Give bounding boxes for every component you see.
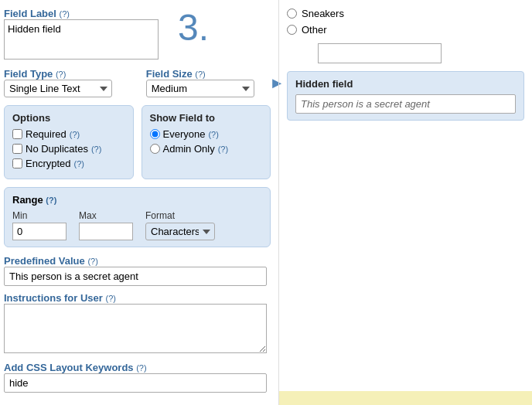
yellow-bar <box>279 391 532 405</box>
sneakers-radio[interactable] <box>287 9 297 19</box>
encrypted-help[interactable]: (?) <box>74 159 84 168</box>
format-select[interactable]: Characters Words Paragraphs <box>145 223 215 240</box>
css-help[interactable]: (?) <box>136 363 146 373</box>
min-label: Min <box>12 210 66 221</box>
field-type-help[interactable]: (?) <box>56 70 66 79</box>
instructions-label: Instructions for User <box>4 292 103 304</box>
field-label-heading: Field Label <box>4 8 56 19</box>
field-size-label: Field Size <box>146 68 193 80</box>
css-input[interactable] <box>4 373 267 393</box>
admin-only-help[interactable]: (?) <box>218 145 228 154</box>
no-duplicates-label: No Duplicates <box>26 143 88 155</box>
sneakers-label: Sneakers <box>302 8 344 19</box>
hidden-field-title: Hidden field <box>295 78 516 90</box>
admin-only-radio[interactable] <box>150 144 160 154</box>
field-type-select[interactable]: Single Line Text <box>4 80 112 97</box>
hidden-field-value <box>295 94 516 114</box>
no-duplicates-help[interactable]: (?) <box>91 145 101 154</box>
predefined-label: Predefined Value <box>4 255 85 267</box>
other-radio[interactable] <box>287 25 297 35</box>
instructions-help[interactable]: (?) <box>105 294 115 303</box>
admin-only-label: Admin Only <box>163 143 215 155</box>
everyone-label: Everyone <box>163 128 206 140</box>
css-label: Add CSS Layout Keywords <box>4 362 134 373</box>
required-help[interactable]: (?) <box>70 130 80 139</box>
hidden-field-box: Hidden field <box>287 71 524 121</box>
max-input[interactable] <box>79 223 133 240</box>
other-label: Other <box>302 24 327 36</box>
field-label-input[interactable]: Hidden field <box>4 19 159 60</box>
predefined-help[interactable]: (?) <box>87 257 97 266</box>
show-field-box: Show Field to Everyone (?) Admin Only (?… <box>142 105 271 179</box>
encrypted-checkbox[interactable] <box>12 158 22 168</box>
max-label: Max <box>79 210 133 221</box>
format-label: Format <box>145 210 215 221</box>
instructions-textarea[interactable] <box>4 304 267 353</box>
field-type-label: Field Type <box>4 68 53 80</box>
options-title: Options <box>12 112 125 124</box>
predefined-input[interactable] <box>4 267 267 286</box>
range-help[interactable]: (?) <box>46 196 56 205</box>
everyone-radio[interactable] <box>150 129 160 139</box>
options-box: Options Required (?) No Duplicates (?) E… <box>4 105 134 179</box>
everyone-help[interactable]: (?) <box>208 130 218 139</box>
field-size-select[interactable]: Medium <box>146 80 254 97</box>
other-text-input[interactable] <box>318 43 442 63</box>
min-input[interactable] <box>12 223 66 240</box>
range-box: Range (?) Min Max Format Characters Word… <box>4 187 271 247</box>
range-title-text: Range <box>12 194 43 206</box>
step-number: 3. <box>178 6 209 49</box>
no-duplicates-checkbox[interactable] <box>12 144 22 154</box>
encrypted-label: Encrypted <box>26 158 71 169</box>
right-panel: Sneakers Other Hidden field <box>278 0 532 405</box>
field-size-help[interactable]: (?) <box>195 70 205 79</box>
required-label: Required <box>26 128 66 140</box>
show-field-title: Show Field to <box>150 112 263 124</box>
required-checkbox[interactable] <box>12 129 22 139</box>
field-label-help[interactable]: (?) <box>60 9 70 19</box>
